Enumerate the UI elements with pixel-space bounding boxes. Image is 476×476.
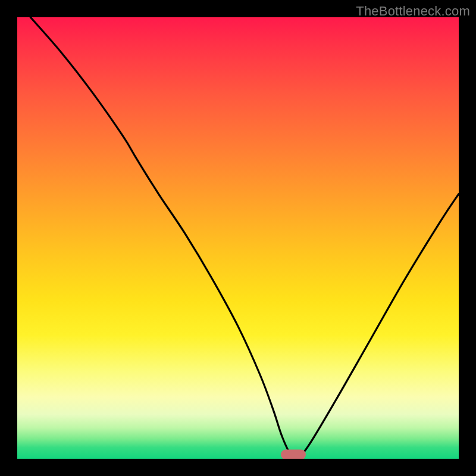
watermark-text: TheBottleneck.com bbox=[356, 4, 470, 19]
valley-marker bbox=[281, 449, 306, 459]
bottleneck-curve bbox=[17, 17, 459, 459]
curve-path bbox=[30, 17, 459, 456]
chart-frame: TheBottleneck.com bbox=[0, 0, 476, 476]
plot-area bbox=[17, 17, 459, 459]
